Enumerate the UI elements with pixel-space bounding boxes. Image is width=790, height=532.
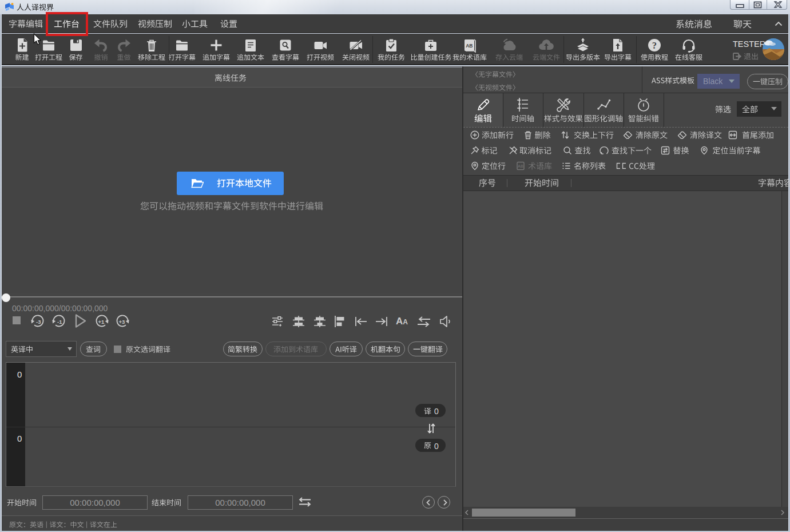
svg-text:-1: -1 [57,319,62,325]
svg-text:AB: AB [466,43,473,49]
svg-text:AB: AB [518,164,523,169]
svg-text:-3: -3 [36,319,41,325]
svg-text:+3: +3 [118,319,125,325]
svg-text:+1: +1 [98,319,105,325]
svg-text:?: ? [652,41,657,50]
